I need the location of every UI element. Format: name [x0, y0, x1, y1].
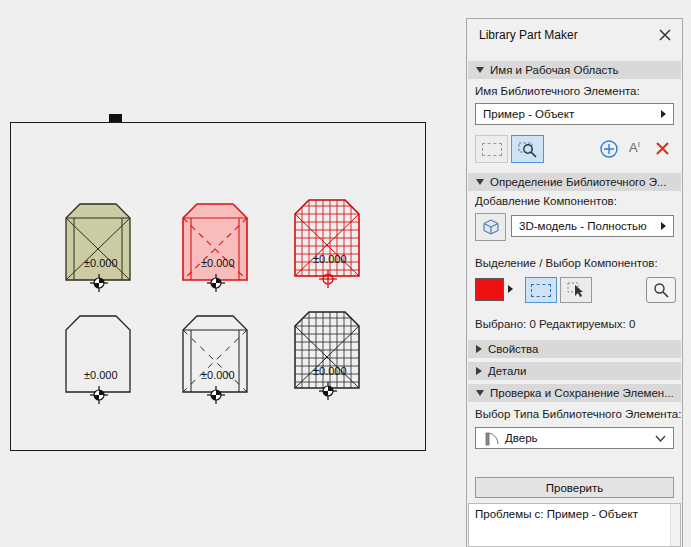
add-components-label: Добавление Компонентов: [475, 195, 617, 207]
section-label: Свойства [488, 343, 539, 355]
element-type-value: Дверь [505, 432, 655, 444]
section-label: Проверка и Сохранение Элемен... [490, 387, 674, 399]
object-preview-mesh[interactable]: ±0.000 [292, 308, 362, 404]
highlight-color-swatch[interactable] [475, 278, 504, 301]
marquee-select-button[interactable] [525, 277, 557, 303]
section-header-definition[interactable]: Определение Библиотечного Э... [468, 173, 681, 191]
level-marker-icon [207, 274, 225, 292]
level-label: ±0.000 [84, 369, 118, 381]
check-button[interactable]: Проверить [475, 477, 674, 498]
door-symbol-detail-shape [180, 312, 250, 396]
swatch-popup-arrow-icon[interactable] [508, 285, 513, 293]
marquee-tool-button[interactable] [475, 135, 508, 163]
level-label: ±0.000 [201, 257, 235, 269]
component-tool-button[interactable] [475, 213, 506, 241]
marquee-icon [482, 143, 502, 156]
level-label: ±0.000 [201, 369, 235, 381]
collapse-expanded-icon [476, 179, 484, 185]
door-symbol-outline-shape [63, 312, 133, 396]
cursor-select-icon [567, 282, 585, 298]
collapse-collapsed-icon [476, 367, 482, 375]
section-label: Определение Библиотечного Э... [490, 176, 667, 188]
close-icon [659, 29, 671, 41]
ai-icon-letter: A [629, 140, 638, 155]
level-label: ±0.000 [313, 253, 347, 265]
drawing-canvas[interactable]: ±0.000 ±0.000 [0, 0, 466, 547]
element-name-label: Имя Библиотечного Элемента: [475, 85, 640, 97]
section-label: Детали [488, 365, 526, 377]
problem-item[interactable]: Проблемы с: Пример - Объект [469, 504, 680, 524]
section-header-name-area[interactable]: Имя и Рабочая Область [468, 61, 681, 79]
magnifier-icon [653, 282, 669, 298]
door-3d-mesh-red-shape [292, 196, 362, 280]
object-preview-selected[interactable]: ±0.000 [180, 200, 250, 296]
level-marker-icon [319, 270, 337, 288]
zoom-selection-icon [518, 141, 538, 158]
collapse-expanded-icon [476, 67, 484, 73]
zoom-to-selection-button[interactable] [646, 277, 676, 303]
section-header-properties[interactable]: Свойства [468, 340, 681, 358]
rename-text-icon[interactable]: AI [629, 140, 640, 155]
level-marker-icon [90, 386, 108, 404]
level-marker-icon [319, 382, 337, 400]
object-preview-outline[interactable]: ±0.000 [63, 312, 133, 408]
object-preview-outline-detail[interactable]: ±0.000 [180, 312, 250, 408]
door-3d-mesh-black-shape [292, 308, 362, 392]
selection-label: Выделение / Выбор Компонентов: [475, 257, 658, 269]
door-icon [483, 431, 499, 446]
problems-scrollbar[interactable] [670, 504, 680, 546]
problems-report-area: Проблемы с: Пример - Объект [468, 503, 681, 547]
popup-arrow-icon [661, 222, 666, 230]
component-mode-dropdown[interactable]: 3D-модель - Полностью [511, 215, 674, 237]
close-button[interactable] [657, 27, 673, 43]
level-label: ±0.000 [84, 257, 118, 269]
zoom-select-button[interactable] [511, 135, 544, 163]
3d-cube-icon [481, 218, 501, 236]
ai-icon-sup: I [638, 140, 640, 149]
selection-status: Выбрано: 0 Редактируемых: 0 [475, 318, 635, 330]
collapse-expanded-icon [476, 390, 484, 396]
element-name-dropdown[interactable]: Пример - Объект [475, 103, 674, 125]
level-marker-icon [90, 274, 108, 292]
marquee-icon [531, 284, 551, 297]
type-label: Выбор Типа Библиотечного Элемента: [475, 408, 681, 420]
delete-x-icon[interactable] [655, 141, 670, 156]
level-label: ±0.000 [313, 365, 347, 377]
element-name-value: Пример - Объект [483, 108, 661, 120]
origin-tick [109, 114, 122, 122]
check-button-label: Проверить [546, 482, 604, 494]
popup-arrow-icon [661, 110, 666, 118]
section-header-details[interactable]: Детали [468, 362, 681, 380]
add-circle-icon[interactable] [599, 139, 619, 159]
object-preview-shaded[interactable]: ±0.000 [63, 200, 133, 296]
section-header-check-save[interactable]: Проверка и Сохранение Элемен... [468, 384, 681, 402]
component-mode-value: 3D-модель - Полностью [519, 220, 661, 232]
chevron-down-icon [655, 435, 666, 442]
arrow-select-button[interactable] [560, 277, 592, 303]
door-3d-selected-shape [180, 200, 250, 284]
door-3d-shaded-shape [63, 200, 133, 284]
object-preview-wireframe-selected[interactable]: ±0.000 [292, 196, 362, 292]
panel-title: Library Part Maker [479, 28, 578, 42]
collapse-collapsed-icon [476, 345, 482, 353]
library-part-maker-panel: Library Part Maker Имя и Рабочая Область… [466, 18, 683, 547]
level-marker-icon [207, 386, 225, 404]
element-type-combo[interactable]: Дверь [475, 427, 674, 449]
section-label: Имя и Рабочая Область [490, 64, 619, 76]
